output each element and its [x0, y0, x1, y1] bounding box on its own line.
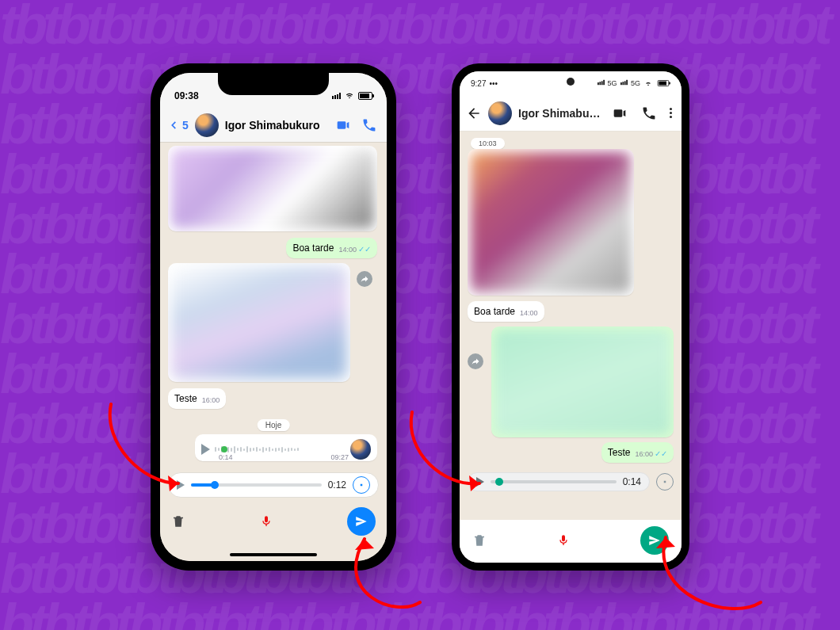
message-time: 14:00	[338, 246, 357, 254]
status-time: 9:27	[471, 79, 486, 88]
voice-call-button[interactable]	[638, 105, 660, 121]
scrubber-handle[interactable]	[495, 478, 503, 486]
video-call-button[interactable]	[608, 107, 632, 120]
message-outgoing[interactable]: Teste 16:00 ✓✓	[601, 442, 674, 463]
wifi-icon	[643, 79, 653, 87]
progress-head-icon	[221, 446, 227, 452]
ios-chat-header: 5 Igor Shimabukuro	[160, 108, 387, 143]
play-button[interactable]	[476, 477, 484, 487]
svg-rect-1	[664, 481, 666, 483]
phone-ios-frame: 09:38 5 Igor Shimabukuro	[151, 63, 396, 571]
voice-duration: 0:14	[219, 453, 233, 461]
svg-rect-0	[361, 484, 363, 487]
notch-icon	[218, 73, 329, 95]
ios-chat-body[interactable]: Boa tarde 14:00 ✓✓ Teste 16:00 Hoje	[160, 143, 387, 561]
waveform[interactable]	[215, 444, 346, 455]
read-ticks-icon: ✓✓	[655, 449, 667, 458]
send-button[interactable]	[640, 526, 669, 555]
time-pill: 10:03	[471, 138, 505, 149]
recording-time: 0:14	[623, 476, 641, 487]
wifi-icon	[344, 92, 355, 100]
voice-time: 09:27	[330, 453, 349, 461]
avatar[interactable]	[488, 101, 512, 125]
home-indicator-icon[interactable]	[230, 553, 317, 556]
play-button[interactable]	[177, 480, 185, 490]
phone-android-frame: 9:27 ••• 5G 5G Igor Shimabukuro	[452, 63, 689, 571]
record-again-button[interactable]	[557, 532, 570, 549]
network-label: 5G	[597, 79, 617, 87]
message-time: 16:00	[202, 396, 220, 404]
avatar	[350, 439, 371, 460]
date-pill: Hoje	[258, 419, 290, 431]
status-dots-icon: •••	[489, 79, 498, 88]
resume-record-button[interactable]	[656, 473, 674, 491]
android-chat-body[interactable]: 10:03 Boa tarde 14:00 Teste 16:00 ✓✓	[460, 132, 682, 520]
android-screen: 9:27 ••• 5G 5G Igor Shimabukuro	[460, 71, 682, 563]
contact-name[interactable]: Igor Shimabukuro	[518, 107, 601, 120]
message-text: Boa tarde	[474, 306, 515, 317]
recording-time: 0:12	[328, 479, 346, 491]
battery-icon	[658, 80, 669, 86]
read-ticks-icon: ✓✓	[358, 245, 371, 254]
recording-preview: 0:14	[468, 472, 650, 491]
network-label: 5G	[620, 79, 640, 87]
message-media-blurred[interactable]	[468, 149, 634, 296]
more-options-button[interactable]	[666, 108, 675, 118]
voice-call-button[interactable]	[360, 117, 379, 133]
video-call-button[interactable]	[333, 119, 353, 132]
record-again-button[interactable]	[260, 513, 273, 530]
message-outgoing[interactable]: Boa tarde 14:00 ✓✓	[286, 238, 377, 258]
forward-icon[interactable]	[357, 271, 372, 287]
message-time: 14:00	[520, 309, 538, 317]
message-media-blurred[interactable]	[168, 263, 350, 382]
android-chat-header: Igor Shimabukuro	[460, 95, 682, 132]
play-icon[interactable]	[201, 444, 210, 455]
message-time: 16:00	[635, 450, 653, 458]
message-incoming[interactable]: Boa tarde 14:00	[468, 301, 544, 322]
back-unread-count[interactable]: 5	[182, 119, 189, 132]
status-time: 09:38	[174, 90, 199, 101]
message-media-blurred[interactable]	[168, 146, 377, 231]
delete-recording-button[interactable]	[171, 514, 185, 529]
avatar[interactable]	[195, 113, 219, 137]
send-button[interactable]	[347, 507, 376, 536]
battery-icon	[358, 92, 372, 100]
back-button[interactable]	[466, 105, 482, 121]
forward-icon[interactable]	[468, 353, 483, 369]
message-text: Teste	[174, 393, 197, 404]
message-text: Teste	[608, 447, 631, 458]
message-media-blurred[interactable]	[491, 326, 674, 437]
recording-track[interactable]	[191, 483, 322, 487]
message-incoming[interactable]: Teste 16:00	[168, 388, 226, 409]
recorder-action-bar	[460, 520, 682, 563]
recording-track[interactable]	[491, 480, 617, 483]
cellular-icon	[332, 93, 341, 99]
android-status-bar: 9:27 ••• 5G 5G	[460, 71, 682, 95]
contact-name[interactable]: Igor Shimabukuro	[225, 119, 326, 132]
back-button[interactable]	[168, 118, 179, 132]
resume-record-button[interactable]	[353, 476, 370, 494]
voice-message-outgoing[interactable]: 0:14 09:27	[195, 434, 377, 461]
ios-screen: 09:38 5 Igor Shimabukuro	[160, 73, 387, 561]
recording-preview: 0:12	[168, 472, 379, 498]
scrubber-handle[interactable]	[211, 481, 219, 489]
delete-recording-button[interactable]	[472, 533, 487, 548]
recorder-action-bar	[160, 502, 387, 537]
message-text: Boa tarde	[292, 242, 334, 254]
